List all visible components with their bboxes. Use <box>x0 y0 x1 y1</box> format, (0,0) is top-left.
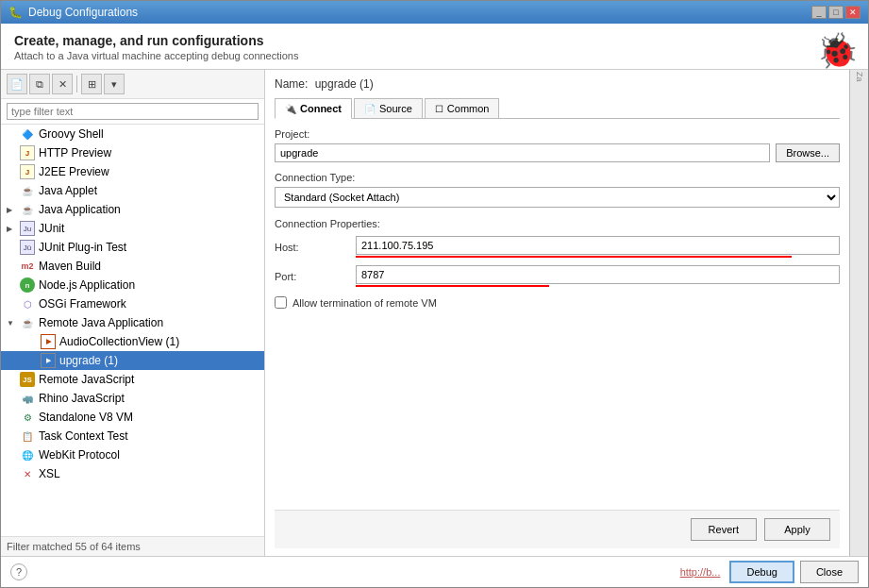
connect-tab-icon: 🔌 <box>285 104 296 114</box>
delete-config-button[interactable]: ✕ <box>52 74 73 94</box>
port-row: Port: <box>275 265 840 287</box>
port-input[interactable] <box>356 265 840 284</box>
tree-item-standalone-v8[interactable]: ⚙ Standalone V8 VM <box>1 408 264 427</box>
title-bar-controls: _ □ ✕ <box>811 6 861 19</box>
filter-input[interactable] <box>7 103 259 120</box>
junit-icon: Ju <box>20 221 35 236</box>
config-name-row: Name: upgrade (1) <box>275 77 840 91</box>
tree-item-xsl[interactable]: ✕ XSL <box>1 464 264 483</box>
title-bar-title: Debug Configurations <box>28 6 138 19</box>
audiocollection-icon: ▶ <box>41 334 56 349</box>
tree-item-label: AudioCollectionView (1) <box>59 335 179 348</box>
bug-icon-large: 🐞 <box>816 31 859 71</box>
rhino-icon: 🦏 <box>20 391 35 406</box>
tree-item-label: Java Application <box>39 203 121 216</box>
footer: ? http://b... Debug Close <box>1 556 868 587</box>
java-app-icon: ☕ <box>20 202 35 217</box>
close-button[interactable]: Close <box>800 561 859 583</box>
project-label: Project: <box>275 128 840 140</box>
tree-item-webkit[interactable]: 🌐 WebKit Protocol <box>1 445 264 464</box>
help-icon-btn[interactable]: ? <box>10 563 27 580</box>
tree-item-junit[interactable]: ▶ Ju JUnit <box>1 219 264 238</box>
tree-item-nodejs[interactable]: n Node.js Application <box>1 276 264 294</box>
tree-item-label: HTTP Preview <box>39 146 111 160</box>
right-edge: Za <box>849 70 868 556</box>
tree-item-rhino-js[interactable]: 🦏 Rhino JavaScript <box>1 389 264 408</box>
connection-props-section: Connection Properties: Host: Port: <box>275 217 840 287</box>
tree-item-audiocollectionview[interactable]: ▶ AudioCollectionView (1) <box>1 332 264 351</box>
tree-item-java-application[interactable]: ▶ ☕ Java Application <box>1 200 264 219</box>
tree-item-upgrade[interactable]: ▶ upgrade (1) <box>1 351 264 370</box>
expand-arrow: ▶ <box>7 225 16 233</box>
junit-plugin-icon: Jü <box>20 240 35 255</box>
minimize-button[interactable]: _ <box>811 6 827 19</box>
allow-termination-checkbox[interactable] <box>275 296 287 309</box>
tree-item-label: JUnit Plug-in Test <box>39 241 126 254</box>
toolbar-separator <box>76 76 77 92</box>
tab-common[interactable]: ☐ Common <box>425 98 500 118</box>
port-label: Port: <box>275 271 350 282</box>
tree-item-maven[interactable]: m2 Maven Build <box>1 257 264 276</box>
tree-item-remote-java-app[interactable]: ▼ ☕ Remote Java Application <box>1 313 264 332</box>
nodejs-icon: n <box>20 277 35 293</box>
tab-connect[interactable]: 🔌 Connect <box>275 98 352 119</box>
tree-item-http-preview[interactable]: J HTTP Preview <box>1 143 264 162</box>
connection-type-label: Connection Type: <box>275 172 840 183</box>
close-window-button[interactable]: ✕ <box>845 6 861 19</box>
java-applet-icon: ☕ <box>20 183 35 198</box>
footer-buttons: Debug Close <box>729 561 859 583</box>
expand-arrow: ▼ <box>7 319 16 328</box>
source-tab-label: Source <box>379 103 412 114</box>
browse-button[interactable]: Browse... <box>776 143 840 162</box>
j2ee-icon: J <box>20 164 35 179</box>
copy-config-button[interactable]: ⧉ <box>29 74 50 94</box>
filter-button[interactable]: ⊞ <box>81 74 102 94</box>
tree-item-label: Remote Java Application <box>39 316 163 329</box>
debug-button[interactable]: Debug <box>729 561 794 583</box>
tree-item-remote-js[interactable]: JS Remote JavaScript <box>1 370 264 389</box>
tabs-bar: 🔌 Connect 📄 Source ☐ Common <box>275 98 840 119</box>
new-config-button[interactable]: 📄 <box>7 74 27 94</box>
revert-button[interactable]: Revert <box>691 518 757 541</box>
header-title: Create, manage, and run configurations <box>14 33 855 48</box>
maximize-button[interactable]: □ <box>828 6 844 19</box>
tree-item-label: upgrade (1) <box>59 354 118 367</box>
tree-item-java-applet[interactable]: ☕ Java Applet <box>1 181 264 200</box>
connection-type-select[interactable]: Standard (Socket Attach) Standard (Socke… <box>275 187 840 208</box>
allow-termination-label[interactable]: Allow termination of remote VM <box>292 297 437 309</box>
tree-item-junit-plugin[interactable]: Jü JUnit Plug-in Test <box>1 238 264 257</box>
footer-link: http://b... <box>680 566 721 578</box>
header-subtitle: Attach to a Java virtual machine accepti… <box>14 50 855 61</box>
tree-item-label: Task Context Test <box>39 429 128 443</box>
tree-item-label: Groovy Shell <box>39 127 104 141</box>
window-icon: 🐛 <box>8 6 23 19</box>
tree-item-label: Rhino JavaScript <box>39 392 125 405</box>
left-panel: 📄 ⧉ ✕ ⊞ ▾ 🔷 Groovy Shell <box>1 70 265 556</box>
left-toolbar: 📄 ⧉ ✕ ⊞ ▾ <box>1 70 264 99</box>
host-input-wrapper <box>356 236 840 258</box>
host-row: Host: <box>275 236 840 258</box>
tree-item-label: Java Applet <box>39 184 97 197</box>
project-input[interactable] <box>275 143 770 162</box>
config-name-label: Name: <box>275 77 308 91</box>
connection-props-label: Connection Properties: <box>275 218 380 229</box>
filter-status: Filter matched 55 of 64 items <box>1 536 264 556</box>
connect-tab-label: Connect <box>300 103 342 114</box>
tree-item-label: Standalone V8 VM <box>39 411 133 424</box>
common-tab-label: Common <box>447 103 490 114</box>
allow-termination-row: Allow termination of remote VM <box>275 296 840 309</box>
maven-icon: m2 <box>20 259 35 274</box>
tree-item-label: JUnit <box>39 222 64 235</box>
tree-item-task-context[interactable]: 📋 Task Context Test <box>1 427 264 445</box>
tree-item-label: OSGi Framework <box>39 297 126 311</box>
bottom-bar: Revert Apply <box>275 510 840 548</box>
host-input[interactable] <box>356 236 840 255</box>
tree-item-osgi[interactable]: ⬡ OSGi Framework <box>1 294 264 313</box>
host-error-underline <box>356 256 792 258</box>
tree-item-j2ee-preview[interactable]: J J2EE Preview <box>1 162 264 181</box>
apply-button[interactable]: Apply <box>764 518 830 541</box>
tree-item-groovy-shell[interactable]: 🔷 Groovy Shell <box>1 125 264 143</box>
expand-button[interactable]: ▾ <box>104 74 125 94</box>
tab-source[interactable]: 📄 Source <box>354 98 423 118</box>
tree-list[interactable]: 🔷 Groovy Shell J HTTP Preview J J2EE Pre… <box>1 125 264 536</box>
